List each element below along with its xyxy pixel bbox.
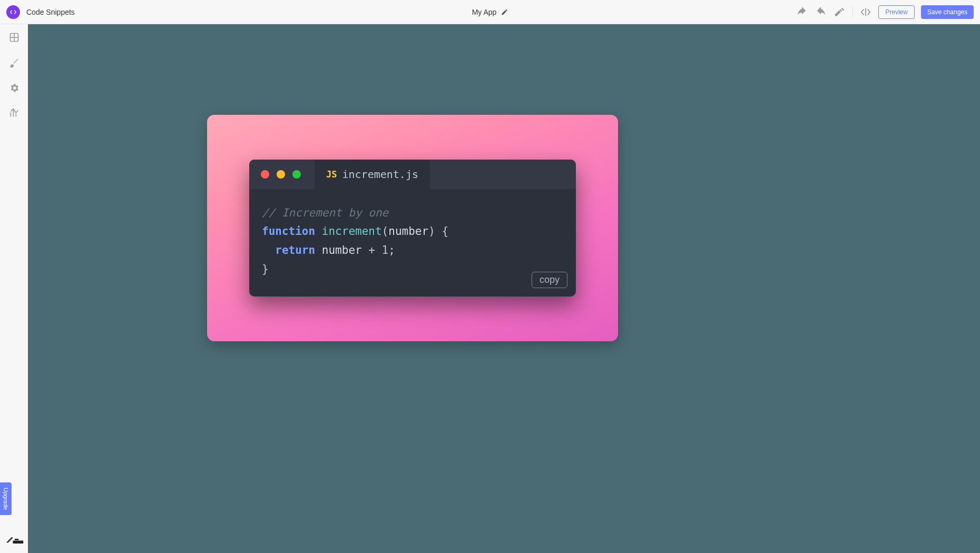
code-open-paren: ( xyxy=(382,225,389,238)
grid-icon[interactable] xyxy=(8,32,20,43)
hammer-icon[interactable] xyxy=(834,6,846,18)
file-name: increment.js xyxy=(342,168,418,181)
code-kw-function: function xyxy=(262,225,315,238)
code-snippet-card[interactable]: JS increment.js // Increment by one func… xyxy=(207,115,618,341)
canvas[interactable]: JS increment.js // Increment by one func… xyxy=(28,24,980,553)
code-body: // Increment by one function increment(n… xyxy=(249,189,576,297)
app-logo xyxy=(6,5,20,19)
code-expr-ident: number xyxy=(322,244,362,256)
svg-rect-8 xyxy=(15,539,18,540)
save-button[interactable]: Save changes xyxy=(921,5,974,19)
redo-icon[interactable] xyxy=(815,6,827,18)
code-icon xyxy=(9,8,17,16)
close-light-icon xyxy=(261,170,269,179)
main: Upgrade JS increment.js // Incr xyxy=(0,24,980,553)
code-expr-op: + xyxy=(362,244,382,256)
app-name: My App xyxy=(472,8,497,16)
page-title: Code Snippets xyxy=(26,8,75,16)
file-tab[interactable]: JS increment.js xyxy=(315,160,430,189)
app-name-group[interactable]: My App xyxy=(472,8,508,16)
code-semicolon: ; xyxy=(388,244,395,256)
gear-icon[interactable] xyxy=(8,82,20,94)
code-close-paren-brace: ) { xyxy=(428,225,448,238)
code-comment: // Increment by one xyxy=(262,206,388,219)
minimize-light-icon xyxy=(277,170,285,179)
edit-icon[interactable] xyxy=(501,8,508,16)
upgrade-button[interactable]: Upgrade xyxy=(0,482,12,515)
maximize-light-icon xyxy=(292,170,301,179)
chart-icon[interactable] xyxy=(8,107,20,119)
topbar-actions: Preview Save changes xyxy=(796,5,974,19)
preview-button[interactable]: Preview xyxy=(878,5,915,19)
code-kw-return: return xyxy=(275,244,315,256)
js-badge-icon: JS xyxy=(326,169,337,180)
window-titlebar: JS increment.js xyxy=(249,160,576,189)
code-toggle-icon[interactable] xyxy=(859,6,872,18)
code-close-brace: } xyxy=(262,263,269,275)
brand-logo-icon[interactable] xyxy=(5,534,24,545)
undo-icon[interactable] xyxy=(796,6,808,18)
divider xyxy=(852,7,853,17)
code-expr-num: 1 xyxy=(382,244,389,256)
brush-icon[interactable] xyxy=(8,57,20,68)
code-func-name: increment xyxy=(322,225,382,238)
topbar: Code Snippets My App Preview Save change… xyxy=(0,0,980,24)
svg-rect-7 xyxy=(13,541,23,544)
copy-button[interactable]: copy xyxy=(532,272,567,288)
code-window: JS increment.js // Increment by one func… xyxy=(249,160,576,297)
traffic-lights xyxy=(261,170,301,179)
code-param: number xyxy=(388,225,428,238)
sidebar: Upgrade xyxy=(0,24,28,553)
